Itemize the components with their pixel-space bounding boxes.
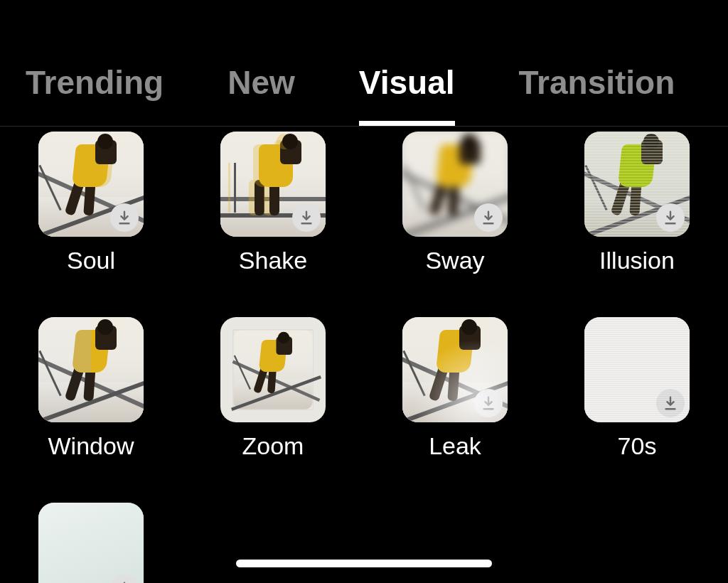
effect-thumbnail bbox=[38, 317, 144, 422]
effect-thumbnail bbox=[38, 503, 144, 583]
download-icon[interactable] bbox=[656, 389, 685, 417]
effects-category-tabs: Trending New Visual Transition Motion bbox=[0, 0, 728, 127]
tab-label: Visual bbox=[359, 64, 455, 101]
effect-thumbnail bbox=[584, 132, 690, 237]
effect-thumbnail bbox=[38, 132, 144, 237]
tab-trending[interactable]: Trending bbox=[26, 63, 164, 126]
effect-label: Shake bbox=[239, 247, 307, 274]
effect-label: Leak bbox=[429, 432, 481, 460]
download-icon[interactable] bbox=[474, 203, 503, 232]
effect-label: 70s bbox=[618, 432, 657, 460]
tab-visual[interactable]: Visual bbox=[359, 63, 455, 126]
tab-label: New bbox=[228, 64, 295, 101]
effect-window[interactable]: Window bbox=[24, 317, 158, 460]
effect-thumbnail bbox=[220, 132, 326, 237]
effect-item[interactable] bbox=[24, 503, 158, 583]
effect-sway[interactable]: Sway bbox=[388, 132, 522, 274]
tab-new[interactable]: New bbox=[228, 63, 295, 126]
effect-illusion[interactable]: Illusion bbox=[570, 132, 704, 274]
effect-thumbnail bbox=[584, 317, 690, 422]
effect-label: Illusion bbox=[599, 247, 675, 274]
effect-label: Soul bbox=[67, 247, 115, 274]
effects-grid: Soul Shake Sway Illusion Window bbox=[0, 127, 728, 583]
effect-soul[interactable]: Soul bbox=[24, 132, 158, 274]
effect-thumbnail bbox=[402, 317, 508, 422]
effect-label: Zoom bbox=[242, 432, 304, 460]
effect-label: Sway bbox=[425, 247, 484, 274]
tab-transition[interactable]: Transition bbox=[519, 63, 675, 126]
home-indicator[interactable] bbox=[236, 560, 492, 567]
effect-thumbnail bbox=[402, 132, 508, 237]
effect-leak[interactable]: Leak bbox=[388, 317, 522, 460]
download-icon[interactable] bbox=[110, 203, 139, 232]
effect-shake[interactable]: Shake bbox=[206, 132, 340, 274]
download-icon[interactable] bbox=[474, 389, 503, 417]
effect-zoom[interactable]: Zoom bbox=[206, 317, 340, 460]
effect-label: Window bbox=[48, 432, 134, 460]
effect-thumbnail bbox=[220, 317, 326, 422]
tab-label: Trending bbox=[26, 64, 164, 101]
download-icon[interactable] bbox=[656, 203, 685, 232]
download-icon[interactable] bbox=[292, 203, 321, 232]
effect-70s[interactable]: 70s bbox=[570, 317, 704, 460]
tab-label: Transition bbox=[519, 64, 675, 101]
